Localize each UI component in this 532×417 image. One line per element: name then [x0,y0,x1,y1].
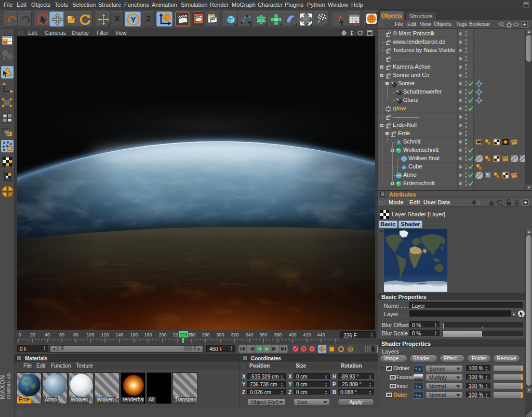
svg-text:0: 0 [189,332,192,337]
svg-text:440: 440 [317,332,325,337]
svg-text:120: 120 [101,332,109,337]
svg-text:226: 226 [179,332,187,337]
svg-text:280: 280 [202,332,209,337]
svg-text:20: 20 [30,332,35,337]
svg-text:40: 40 [45,332,50,337]
svg-text:160: 160 [130,332,138,337]
svg-text:340: 340 [245,332,253,337]
svg-text:140: 140 [115,332,123,337]
svg-text:420: 420 [303,332,311,337]
svg-text:P: P [349,347,352,352]
svg-text:380: 380 [274,332,282,337]
svg-text:360: 360 [259,332,267,337]
svg-text:0: 0 [18,332,21,337]
svg-text:?: ? [354,19,358,27]
svg-text:60: 60 [59,332,64,337]
svg-text:180: 180 [144,332,152,337]
svg-text:200: 200 [158,332,166,337]
svg-text:400: 400 [288,332,296,337]
svg-text:Y: Y [130,15,136,24]
svg-text:320: 320 [231,332,238,337]
svg-text:100: 100 [86,332,94,337]
svg-text:22: 22 [173,332,178,337]
svg-text:300: 300 [216,332,224,337]
svg-text:?: ? [311,346,314,352]
svg-text:80: 80 [73,332,78,337]
